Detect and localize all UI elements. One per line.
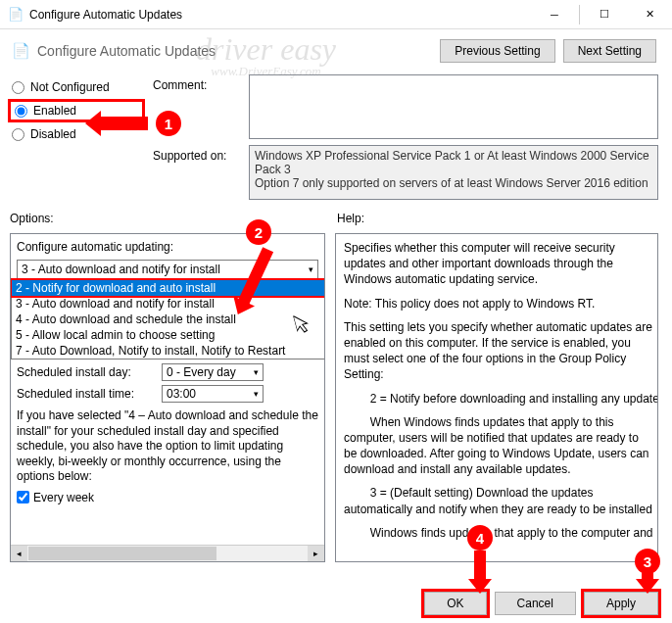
scroll-left-icon[interactable]: ◂ [11, 546, 27, 561]
help-heading: Help: [337, 212, 658, 225]
comment-textarea[interactable] [249, 74, 658, 139]
state-radios: Not Configured Enabled Disabled [10, 74, 143, 200]
dropdown-value: 3 - Auto download and notify for install [22, 263, 220, 276]
cancel-button[interactable]: Cancel [495, 592, 576, 615]
previous-setting-button[interactable]: Previous Setting [440, 39, 554, 63]
page-title: Configure Automatic Updates [37, 43, 216, 59]
annotation-badge-2: 2 [246, 219, 271, 245]
configure-updating-dropdown[interactable]: 3 - Auto download and notify for install… [17, 260, 318, 279]
supported-label: Supported on: [153, 145, 241, 200]
horizontal-scrollbar[interactable]: ◂ ▸ [11, 545, 324, 561]
radio-label: Not Configured [30, 80, 110, 94]
radio-input[interactable] [15, 105, 27, 118]
dropdown-item-7[interactable]: 7 - Auto Download, Notify to install, No… [12, 343, 324, 359]
radio-input[interactable] [12, 81, 24, 94]
dropdown-item-3[interactable]: 3 - Auto download and notify for install [12, 296, 324, 312]
help-p1: Specifies whether this computer will rec… [344, 240, 653, 288]
radio-enabled[interactable]: Enabled [13, 104, 119, 118]
help-p7: Windows finds updates that apply to the … [344, 525, 653, 541]
dropdown-item-2[interactable]: 2 - Notify for download and auto install [11, 278, 324, 298]
divider [579, 5, 580, 24]
annotation-badge-4: 4 [467, 525, 493, 551]
chevron-down-icon: ▾ [254, 389, 259, 399]
radio-label: Enabled [33, 104, 76, 118]
chevron-down-icon: ▾ [309, 264, 313, 274]
every-week-checkbox[interactable]: Every week [17, 491, 318, 504]
checkbox-label: Every week [33, 491, 94, 504]
ok-button[interactable]: OK [424, 592, 486, 615]
select-value: 03:00 [167, 387, 196, 401]
scheduled-time-label: Scheduled install time: [17, 387, 154, 401]
supported-text: Windows XP Professional Service Pack 1 o… [249, 145, 658, 200]
help-p6: 3 = (Default setting) Download the updat… [344, 485, 653, 516]
config-area: Not Configured Enabled Disabled Comment:… [0, 69, 672, 204]
annotation-arrow-1 [99, 117, 148, 130]
annotation-arrow-4 [474, 551, 486, 580]
scroll-thumb[interactable] [28, 547, 216, 560]
annotation-badge-3: 3 [635, 549, 660, 574]
minimize-button[interactable]: ─ [532, 0, 577, 29]
radio-label: Disabled [30, 127, 76, 141]
dropdown-list[interactable]: 2 - Notify for download and auto install… [11, 279, 324, 359]
maximize-button[interactable]: ☐ [582, 0, 627, 29]
window-title: Configure Automatic Updates [29, 8, 532, 22]
window-icon: 📄 [8, 7, 24, 23]
scheduled-day-select[interactable]: 0 - Every day ▾ [162, 363, 264, 381]
dropdown-item-4[interactable]: 4 - Auto download and schedule the insta… [12, 312, 324, 327]
help-p4: 2 = Notify before downloading and instal… [344, 391, 653, 407]
schedule-description: If you have selected "4 – Auto download … [17, 408, 318, 485]
options-heading: Options: [10, 212, 323, 225]
scheduled-time-select[interactable]: 03:00 ▾ [162, 385, 264, 403]
select-value: 0 - Every day [167, 365, 236, 379]
window-controls: ─ ☐ ✕ [532, 0, 672, 29]
help-p2: Note: This policy does not apply to Wind… [344, 296, 653, 312]
header: 📄 Configure Automatic Updates Previous S… [0, 29, 672, 69]
annotation-badge-1: 1 [156, 111, 181, 136]
next-setting-button[interactable]: Next Setting [563, 39, 656, 63]
help-p5: When Windows finds updates that apply to… [344, 414, 653, 478]
close-button[interactable]: ✕ [627, 0, 672, 29]
dropdown-item-5[interactable]: 5 - Allow local admin to choose setting [12, 327, 324, 343]
scheduled-day-label: Scheduled install day: [17, 365, 154, 379]
titlebar: 📄 Configure Automatic Updates ─ ☐ ✕ [0, 0, 672, 29]
radio-not-configured[interactable]: Not Configured [10, 80, 143, 94]
app-icon: 📄 [12, 42, 29, 60]
apply-button[interactable]: Apply [584, 592, 658, 615]
radio-input[interactable] [12, 128, 24, 141]
help-p3: This setting lets you specify whether au… [344, 319, 653, 383]
checkbox-input[interactable] [17, 491, 29, 503]
scroll-right-icon[interactable]: ▸ [308, 546, 324, 561]
options-panel: Configure automatic updating: 3 - Auto d… [10, 233, 325, 562]
footer: OK Cancel Apply [424, 592, 658, 615]
chevron-down-icon: ▾ [254, 367, 259, 377]
help-panel[interactable]: Specifies whether this computer will rec… [335, 233, 658, 562]
